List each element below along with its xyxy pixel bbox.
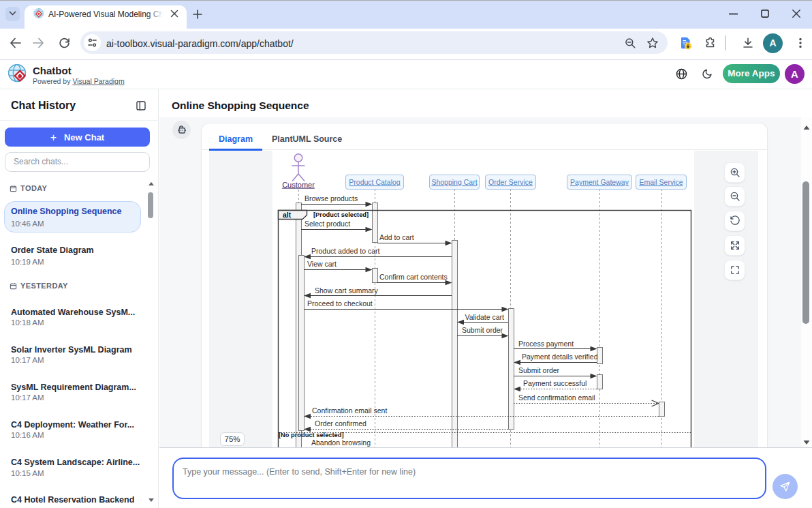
svg-text:[No product selected]: [No product selected] [279, 432, 344, 438]
svg-text:Confirm cart contents: Confirm cart contents [379, 273, 448, 281]
svg-text:Process payment: Process payment [518, 340, 574, 348]
svg-text:Payment details verified: Payment details verified [522, 353, 598, 361]
svg-text:Submit order: Submit order [462, 326, 503, 334]
svg-text:View cart: View cart [307, 260, 337, 268]
svg-text:Confirmation email sent: Confirmation email sent [312, 406, 387, 415]
svg-text:Payment successful: Payment successful [523, 379, 587, 387]
svg-text:[Product selected]: [Product selected] [313, 211, 369, 218]
svg-text:Validate cart: Validate cart [465, 313, 504, 321]
svg-text:Shopping Cart: Shopping Cart [431, 178, 477, 186]
svg-text:Send confirmation email: Send confirmation email [518, 393, 595, 402]
svg-text:Payment Gateway: Payment Gateway [570, 178, 629, 186]
svg-text:Order Service: Order Service [488, 178, 533, 186]
svg-text:Select product: Select product [304, 220, 350, 228]
svg-text:Proceed to checkout: Proceed to checkout [307, 299, 373, 308]
svg-text:Product Catalog: Product Catalog [349, 178, 400, 186]
svg-text:Order confirmed: Order confirmed [315, 419, 366, 428]
svg-text:Product added to cart: Product added to cart [311, 247, 379, 255]
svg-text:alt: alt [283, 211, 292, 219]
svg-text:Email Service: Email Service [639, 178, 683, 186]
svg-text:Browse products: Browse products [304, 194, 358, 203]
svg-text:Submit order: Submit order [518, 366, 560, 374]
svg-text:Abandon browsing: Abandon browsing [311, 438, 371, 447]
svg-text:Add to cart: Add to cart [379, 233, 414, 241]
svg-text:Customer: Customer [282, 181, 315, 189]
svg-text:Show cart summary: Show cart summary [315, 286, 379, 295]
